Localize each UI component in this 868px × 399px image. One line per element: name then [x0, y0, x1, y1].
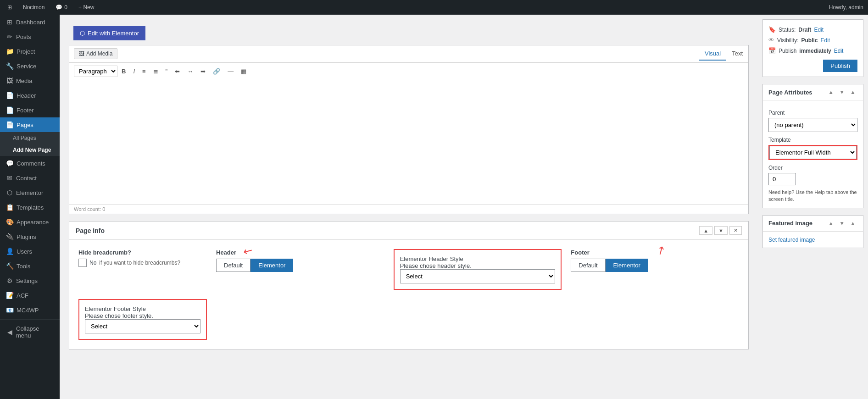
publish-edit-link[interactable]: Edit	[834, 48, 844, 54]
editor-top-row: 🖼 Add Media Visual Text	[69, 45, 748, 62]
page-info-section: Page Info ▲ ▼ ✕ ↙ ↙ Hide breadcrumb? No	[69, 221, 749, 349]
sidebar-label-templates: Templates	[17, 204, 44, 211]
italic-button[interactable]: I	[130, 66, 138, 77]
elementor-footer-style-select[interactable]: Select	[85, 319, 200, 333]
align-right-button[interactable]: ➡	[197, 66, 209, 77]
sidebar-item-footer[interactable]: 📄 Footer	[0, 103, 60, 117]
set-featured-image-link[interactable]: Set featured image	[768, 237, 815, 243]
sidebar-item-media[interactable]: 🖼 Media	[0, 73, 60, 88]
page-info-collapse-down[interactable]: ▼	[714, 226, 728, 235]
page-attr-up[interactable]: ▲	[826, 88, 835, 96]
editor-toolbar: Paragraph B I ≡ ≣ " ⬅ ↔ ➡ 🔗 — ▦	[69, 62, 748, 80]
featured-img-close[interactable]: ▲	[848, 219, 857, 227]
breadcrumb-field: Hide breadcrumb? No if you want to hide …	[78, 249, 207, 290]
breadcrumb-no-label: No	[89, 260, 96, 266]
elementor-header-style-helper: Please chose header style.	[400, 262, 556, 269]
page-attr-down[interactable]: ▼	[837, 88, 846, 96]
sidebar-item-templates[interactable]: 📋 Templates	[0, 200, 60, 215]
sidebar-item-acf[interactable]: 📝 ACF	[0, 288, 60, 303]
order-input[interactable]	[768, 173, 796, 185]
align-left-button[interactable]: ⬅	[172, 66, 183, 77]
sidebar-item-header[interactable]: 📄 Header	[0, 88, 60, 103]
admin-bar-site-name[interactable]: Nocimon	[20, 0, 47, 15]
sidebar: ⊞ Dashboard ✏ Posts 📁 Project 🔧 Service …	[0, 15, 60, 399]
sidebar-sub-add-new-page[interactable]: Add New Page	[0, 144, 60, 156]
publish-button[interactable]: Publish	[823, 60, 857, 72]
sidebar-label-acf: ACF	[17, 292, 28, 299]
sidebar-item-comments[interactable]: 💬 Comments	[0, 156, 60, 171]
sidebar-item-settings[interactable]: ⚙ Settings	[0, 273, 60, 288]
sidebar-item-service[interactable]: 🔧 Service	[0, 59, 60, 73]
align-center-button[interactable]: ↔	[184, 66, 196, 77]
sidebar-item-elementor[interactable]: ⬡ Elementor	[0, 185, 60, 200]
word-count-bar: Word count: 0	[69, 204, 748, 214]
elementor-footer-style-helper: Please chose footer style.	[85, 312, 200, 319]
admin-bar-new[interactable]: + New	[76, 0, 97, 15]
sidebar-item-dashboard[interactable]: ⊞ Dashboard	[0, 15, 60, 29]
sidebar-item-appearance[interactable]: 🎨 Appearance	[0, 215, 60, 229]
page-info-close[interactable]: ✕	[729, 226, 742, 235]
edit-with-elementor-button[interactable]: ⬡ Edit with Elementor	[73, 26, 145, 40]
editor-body[interactable]	[69, 80, 748, 204]
sidebar-label-posts: Posts	[16, 33, 31, 40]
ordered-list-button[interactable]: ≣	[150, 66, 161, 77]
add-media-button[interactable]: 🖼 Add Media	[74, 48, 117, 59]
visibility-row: 👁 Visibility: Public Edit	[768, 35, 857, 45]
footer-field: Footer Default Elementor	[571, 249, 739, 290]
text-tab[interactable]: Text	[726, 47, 748, 61]
sidebar-item-plugins[interactable]: 🔌 Plugins	[0, 229, 60, 244]
template-select[interactable]: Elementor Full Width Default Template El…	[769, 146, 857, 159]
footer-default-button[interactable]: Default	[571, 259, 605, 272]
paragraph-select[interactable]: Paragraph	[74, 66, 117, 77]
link-button[interactable]: 🔗	[210, 66, 223, 77]
featured-img-down[interactable]: ▼	[837, 219, 846, 227]
breadcrumb-checkbox[interactable]	[78, 259, 87, 267]
visibility-edit-link[interactable]: Edit	[820, 37, 830, 44]
parent-label: Parent	[768, 110, 857, 116]
sidebar-item-project[interactable]: 📁 Project	[0, 44, 60, 59]
sidebar-item-posts[interactable]: ✏ Posts	[0, 29, 60, 44]
add-media-label: Add Media	[86, 50, 112, 57]
footer-label: Footer	[571, 249, 739, 256]
sidebar-label-elementor: Elementor	[16, 189, 43, 196]
visual-tab[interactable]: Visual	[699, 47, 726, 61]
sidebar-label-appearance: Appearance	[17, 219, 49, 226]
acf-icon: 📝	[6, 292, 14, 299]
text-tab-label: Text	[732, 50, 743, 57]
table-button[interactable]: ▦	[238, 66, 250, 77]
page-attr-close[interactable]: ▲	[848, 88, 857, 96]
status-icon: 🔖	[768, 26, 776, 33]
sidebar-item-collapse[interactable]: ◀ Collapse menu	[0, 321, 60, 343]
header-elementor-button[interactable]: Elementor	[250, 259, 293, 272]
header-btn-group: Default Elementor	[216, 259, 384, 272]
footer-elementor-button[interactable]: Elementor	[606, 259, 648, 272]
dashboard-icon: ⊞	[6, 18, 13, 26]
admin-bar-comments[interactable]: 💬 0	[53, 0, 70, 15]
blockquote-button[interactable]: "	[162, 66, 171, 77]
sidebar-sub-all-pages[interactable]: All Pages	[0, 132, 60, 144]
new-label: + New	[78, 4, 94, 11]
sidebar-item-users[interactable]: 👤 Users	[0, 244, 60, 259]
footer-icon: 📄	[6, 106, 14, 114]
collapse-icon: ◀	[6, 328, 13, 336]
status-edit-link[interactable]: Edit	[814, 27, 823, 33]
bold-button[interactable]: B	[118, 66, 129, 77]
elementor-header-style-select[interactable]: Select	[400, 269, 556, 283]
parent-select[interactable]: (no parent)	[768, 118, 857, 132]
unordered-list-button[interactable]: ≡	[139, 66, 149, 77]
sidebar-label-plugins: Plugins	[17, 233, 36, 240]
visual-tab-label: Visual	[705, 50, 721, 57]
sidebar-item-pages[interactable]: 📄 Pages	[0, 117, 60, 132]
admin-bar-right: Howdy, admin	[829, 4, 863, 11]
header-default-button[interactable]: Default	[216, 259, 250, 272]
more-button[interactable]: —	[224, 66, 237, 77]
plugins-icon: 🔌	[6, 233, 14, 240]
admin-bar: ⊞ Nocimon 💬 0 + New Howdy, admin	[0, 0, 868, 15]
admin-bar-wp-logo[interactable]: ⊞	[5, 0, 15, 15]
page-attributes-controls: ▲ ▼ ▲	[826, 88, 857, 96]
page-info-collapse-up[interactable]: ▲	[699, 226, 712, 235]
sidebar-item-tools[interactable]: 🔨 Tools	[0, 259, 60, 273]
sidebar-item-contact[interactable]: ✉ Contact	[0, 171, 60, 185]
sidebar-item-mc4wp[interactable]: 📧 MC4WP	[0, 303, 60, 317]
featured-img-up[interactable]: ▲	[826, 219, 835, 227]
